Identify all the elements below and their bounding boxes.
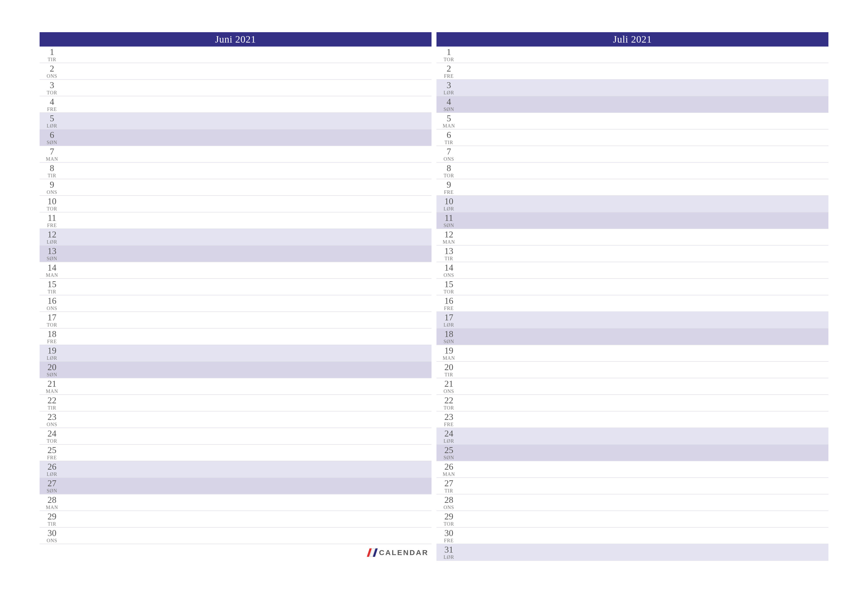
day-weekday: MAN — [443, 239, 455, 244]
day-notes-area — [461, 163, 828, 179]
day-row: 5LØR — [40, 113, 431, 129]
day-row: 25SØN — [437, 445, 828, 461]
day-weekday: TIR — [444, 256, 453, 261]
day-notes-area — [64, 96, 431, 112]
day-weekday: MAN — [443, 356, 455, 361]
day-label-cell: 27TIR — [437, 478, 461, 494]
day-notes-area — [461, 412, 828, 427]
day-notes-area — [461, 113, 828, 129]
day-row: 27TIR — [437, 478, 828, 494]
day-weekday: SØN — [46, 372, 57, 377]
day-weekday: TIR — [444, 140, 453, 145]
day-row: 28MAN — [40, 494, 431, 511]
day-weekday: TIR — [48, 521, 56, 526]
day-number: 22 — [48, 396, 56, 405]
day-number: 20 — [48, 363, 56, 372]
day-row: 10TOR — [40, 196, 431, 213]
day-notes-area — [64, 196, 431, 212]
day-weekday: TIR — [48, 405, 56, 410]
day-weekday: TOR — [47, 322, 57, 327]
day-notes-area — [461, 395, 828, 411]
day-number: 27 — [444, 479, 453, 488]
day-weekday: SØN — [443, 455, 454, 460]
day-row: 24LØR — [437, 428, 828, 445]
day-notes-area — [64, 445, 431, 461]
day-notes-area — [64, 362, 431, 378]
day-number: 16 — [444, 296, 453, 305]
day-row: 20TIR — [437, 362, 828, 378]
day-weekday: LØR — [47, 123, 57, 128]
day-notes-area — [461, 80, 828, 96]
day-row: 12LØR — [40, 229, 431, 246]
day-notes-area — [461, 511, 828, 527]
day-notes-area — [461, 63, 828, 79]
day-notes-area — [64, 478, 431, 494]
day-label-cell: 18SØN — [437, 328, 461, 345]
day-notes-area — [64, 113, 431, 129]
day-number: 26 — [48, 462, 56, 471]
day-weekday: TOR — [444, 173, 454, 178]
day-label-cell: 22TOR — [437, 395, 461, 411]
day-row: 24TOR — [40, 428, 431, 445]
day-label-cell: 3TOR — [40, 80, 64, 96]
brand-row: CALENDAR — [40, 544, 431, 561]
day-notes-area — [64, 378, 431, 395]
day-number: 9 — [50, 180, 54, 189]
day-weekday: LØR — [444, 322, 454, 327]
day-row: 26LØR — [40, 461, 431, 478]
day-number: 21 — [444, 379, 453, 388]
day-notes-area — [461, 96, 828, 112]
month-header: Juli 2021 — [437, 32, 828, 47]
day-weekday: FRE — [444, 422, 454, 427]
day-number: 13 — [444, 247, 453, 255]
day-number: 19 — [444, 346, 453, 355]
day-notes-area — [461, 378, 828, 395]
day-weekday: FRE — [47, 223, 57, 228]
day-number: 8 — [446, 164, 451, 173]
day-number: 1 — [50, 48, 54, 56]
day-notes-area — [461, 445, 828, 461]
day-number: 27 — [48, 479, 56, 488]
day-row: 1TOR — [437, 47, 828, 63]
day-label-cell: 21MAN — [40, 378, 64, 395]
day-notes-area — [64, 129, 431, 146]
day-notes-area — [64, 428, 431, 444]
day-label-cell: 20SØN — [40, 362, 64, 378]
day-row: 15TIR — [40, 279, 431, 295]
day-label-cell: 3LØR — [437, 80, 461, 96]
day-row: 9ONS — [40, 179, 431, 196]
day-row: 31LØR — [437, 544, 828, 561]
day-label-cell: 2ONS — [40, 63, 64, 79]
day-number: 23 — [444, 412, 453, 421]
day-weekday: SØN — [443, 107, 454, 112]
day-weekday: TOR — [444, 289, 454, 294]
day-number: 4 — [446, 97, 451, 106]
day-row: 11SØN — [437, 213, 828, 229]
day-row: 20SØN — [40, 362, 431, 378]
day-row: 8TOR — [437, 163, 828, 179]
day-number: 29 — [444, 512, 453, 521]
day-label-cell: 5LØR — [40, 113, 64, 129]
day-label-cell: 31LØR — [437, 544, 461, 560]
day-number: 23 — [48, 412, 56, 421]
day-notes-area — [64, 63, 431, 79]
day-row: 7MAN — [40, 146, 431, 163]
day-row: 5MAN — [437, 113, 828, 129]
day-row: 30ONS — [40, 528, 431, 544]
day-weekday: SØN — [443, 223, 454, 228]
day-row: 17TOR — [40, 312, 431, 328]
day-number: 19 — [48, 346, 56, 355]
day-label-cell: 28ONS — [437, 494, 461, 510]
day-row: 1TIR — [40, 47, 431, 63]
day-row: 13TIR — [437, 246, 828, 262]
day-number: 25 — [444, 446, 453, 455]
day-notes-area — [461, 47, 828, 63]
day-weekday: ONS — [46, 306, 57, 311]
day-weekday: LØR — [444, 90, 454, 95]
day-number: 6 — [50, 131, 54, 139]
day-number: 24 — [444, 429, 453, 438]
day-weekday: ONS — [46, 190, 57, 194]
day-notes-area — [64, 229, 431, 245]
day-weekday: TIR — [48, 289, 56, 294]
day-number: 5 — [446, 114, 451, 123]
